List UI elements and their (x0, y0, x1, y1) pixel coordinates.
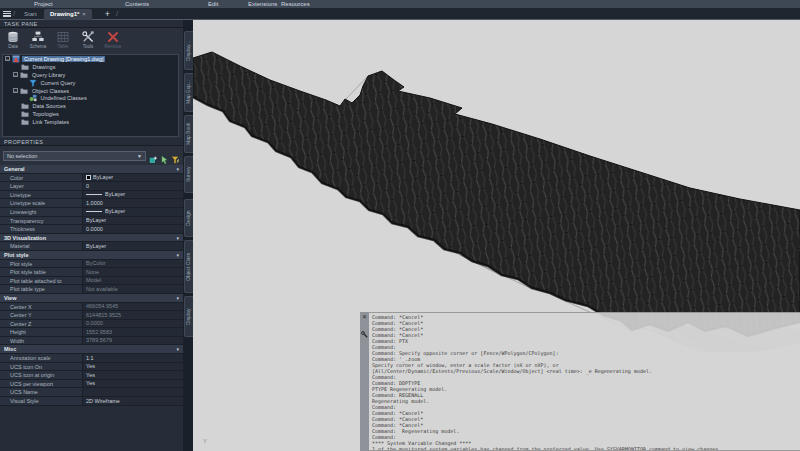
toolbar-button-tools[interactable]: Tools (78, 30, 98, 53)
property-value-text: Model (86, 277, 101, 285)
tree-item-current[interactable]: Current Query (3, 79, 178, 87)
property-section-misc[interactable]: Misc▾ (0, 345, 183, 354)
tree-item-current[interactable]: −Current Drawing [Drawing1.dwg] (3, 55, 178, 63)
property-value-text: ByLayer (105, 208, 125, 216)
menu-item-edit[interactable]: Edit (204, 0, 222, 8)
tree-item-label: Data Sources (31, 103, 68, 109)
folder-icon (21, 102, 29, 110)
property-value-text: ByLayer (86, 242, 106, 250)
chevron-down-icon[interactable]: ▼ (135, 152, 144, 161)
tree-expander-icon[interactable]: − (13, 88, 18, 93)
taskpane-side-tab-mapbook[interactable]: Map Book (184, 115, 193, 153)
tree-item-label: Topologies (31, 111, 61, 117)
toolbar-button-schema[interactable]: Schema (28, 30, 48, 53)
property-value-text: ByLayer (93, 174, 113, 182)
property-value[interactable]: Yes (82, 380, 183, 388)
property-value[interactable] (82, 388, 183, 396)
tree-item-query[interactable]: −Query Library (3, 71, 178, 79)
hamburger-menu-icon[interactable] (3, 11, 11, 18)
menu-item-contents[interactable]: Contents (121, 0, 153, 8)
property-row-center-z: Center Z0.0000 (0, 320, 183, 329)
table-icon (57, 31, 69, 43)
tab-close-icon[interactable]: × (82, 11, 86, 17)
property-value[interactable]: 2D Wireframe (82, 397, 183, 405)
wrench-icon[interactable] (361, 324, 368, 342)
tree-item-undefined[interactable]: Undefined Classes (3, 94, 178, 102)
property-value[interactable]: ByLayer (82, 191, 183, 199)
pickadd-button[interactable] (149, 151, 158, 161)
property-value-text: ByLayer (86, 217, 106, 225)
toolbar-button-label: Table (53, 44, 73, 49)
properties-empty-area (0, 406, 183, 451)
tree-item-topologies[interactable]: Topologies (3, 110, 178, 118)
property-value[interactable]: ByLayer (82, 217, 183, 225)
new-tab-button[interactable]: + (102, 10, 113, 19)
taskpane-side-tab-display[interactable]: Display... (184, 31, 193, 70)
property-value: ByColor (82, 260, 183, 268)
tree-item-drawings[interactable]: Drawings (3, 63, 178, 71)
tree-item-label: Object Classes (30, 88, 71, 94)
menu-item-project[interactable]: Project (30, 0, 57, 8)
application-window: ProjectContentsEditExtensionsResources /… (0, 0, 800, 451)
toolbar-button-data[interactable]: Data (3, 30, 23, 53)
property-row-material: MaterialByLayer (0, 242, 183, 251)
menu-item-resources[interactable]: Resources (277, 0, 314, 8)
selection-toolbar (149, 151, 180, 161)
property-value[interactable]: 0.0000 (82, 225, 183, 233)
property-row-plot-table-attached-to: Plot table attached toModel (0, 277, 183, 286)
property-value[interactable]: 1.0000 (82, 199, 183, 207)
property-row-height: Height1552.9583 (0, 328, 183, 337)
tree-item-link[interactable]: Link Templates (3, 118, 178, 126)
chevron-down-icon[interactable]: ▾ (176, 251, 179, 260)
command-line-window[interactable]: ✕ Command: *Cancel*Command: *Cancel*Comm… (360, 312, 800, 451)
property-value-text: ByLayer (105, 191, 125, 199)
tree-item-data[interactable]: Data Sources (3, 102, 178, 110)
tree-item-label: Drawings (31, 64, 58, 70)
properties-grid: General▾ColorByLayerLayer0LinetypeByLaye… (0, 165, 183, 406)
property-value[interactable]: 1:1 (82, 354, 183, 362)
property-row-ucs-per-viewport: UCS per viewportYes (0, 380, 183, 389)
chevron-down-icon[interactable]: ▾ (176, 294, 179, 303)
quick-select-button[interactable] (171, 151, 180, 161)
property-value[interactable]: Yes (82, 363, 183, 371)
chevron-down-icon[interactable]: ▾ (176, 345, 179, 354)
quick-select-icon (171, 155, 180, 165)
command-history[interactable]: Command: *Cancel*Command: *Cancel*Comman… (369, 312, 800, 451)
selection-value: No selection (7, 153, 37, 159)
property-value[interactable]: Yes (82, 371, 183, 379)
property-section-plot-style[interactable]: Plot style▾ (0, 251, 183, 260)
tree-expander-icon[interactable]: − (13, 72, 18, 77)
chevron-down-icon[interactable]: ▾ (176, 165, 179, 174)
menu-item-extensions[interactable]: Extensions (244, 0, 281, 8)
tree-expander-icon[interactable]: − (5, 56, 10, 61)
map-explorer-tree: −Current Drawing [Drawing1.dwg]Drawings−… (2, 54, 179, 137)
command-window-titlebar[interactable]: ✕ (360, 312, 369, 451)
properties-side-tab-design[interactable]: Design (184, 199, 193, 237)
property-section-3d-visualization[interactable]: 3D Visualization▾ (0, 234, 183, 243)
properties-side-tab-display[interactable]: Display (184, 296, 193, 337)
folder-icon (21, 110, 29, 118)
chevron-down-icon[interactable]: ▾ (176, 234, 179, 243)
selection-dropdown[interactable]: No selection ▼ (3, 151, 146, 161)
property-section-view[interactable]: View▾ (0, 294, 183, 303)
close-icon[interactable]: ✕ (362, 314, 367, 320)
property-row-linetype-scale: Linetype scale1.0000 (0, 199, 183, 208)
tab-start[interactable]: Start (18, 9, 43, 20)
property-value[interactable]: ByLayer (82, 174, 183, 182)
property-value[interactable]: ByLayer (82, 242, 183, 250)
database-icon (7, 31, 19, 43)
section-label: General (4, 166, 24, 172)
taskpane-side-tab-mapexp[interactable]: Map Exp... (184, 73, 193, 112)
property-value-text: Yes (86, 371, 95, 379)
menu-bar: ProjectContentsEditExtensionsResources (0, 0, 800, 8)
property-value[interactable]: ByLayer (82, 208, 183, 216)
tab-drawing1[interactable]: Drawing1*× (44, 9, 92, 20)
taskpane-side-tab-survey[interactable]: Survey (184, 156, 193, 193)
properties-side-tab-objectclass[interactable]: Object Class (184, 240, 193, 293)
property-section-general[interactable]: General▾ (0, 165, 183, 174)
select-objects-button[interactable] (160, 151, 169, 161)
property-label: Material (0, 242, 82, 250)
task-pane-title: TASK PANE (0, 20, 183, 28)
tree-item-object[interactable]: −Object Classes (3, 87, 178, 95)
property-value[interactable]: 0 (82, 182, 183, 190)
